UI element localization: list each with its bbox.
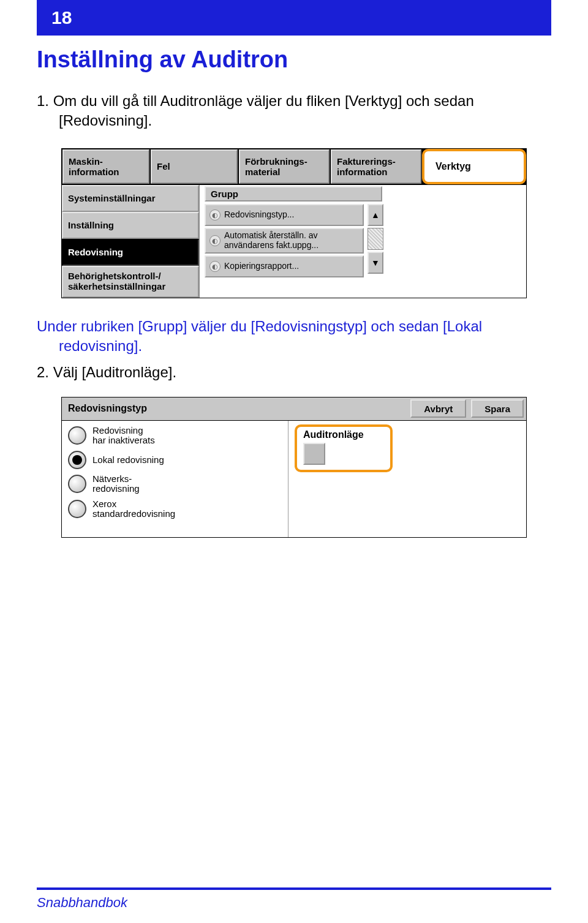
dialog-header: Redovisningstyp Avbryt Spara bbox=[62, 397, 526, 421]
paragraph-1-text: Om du vill gå till Auditronläge väljer d… bbox=[53, 92, 474, 129]
radio-label: Nätverks-redovisning bbox=[92, 474, 140, 494]
radio-option-local[interactable]: Lokal redovisning bbox=[68, 451, 282, 469]
paragraph-3: 2. Välj [Auditronläge]. bbox=[37, 363, 551, 382]
list-number-2: 2. bbox=[37, 364, 53, 380]
group-header: Grupp bbox=[205, 186, 382, 202]
tab-billing[interactable]: Fakturerings-information bbox=[331, 149, 421, 184]
sidebar-accounting-active[interactable]: Redovisning bbox=[62, 239, 199, 266]
scroll-track bbox=[368, 228, 383, 250]
radio-group: Redovisninghar inaktiverats Lokal redovi… bbox=[62, 421, 288, 537]
scroll-down-button[interactable]: ▼ bbox=[368, 252, 383, 274]
bullet-icon: ◐ bbox=[209, 235, 221, 246]
page-title: Inställning av Auditron bbox=[37, 47, 551, 73]
group-list: ◐ Redovisningstyp... ◐ Automatisk återst… bbox=[205, 204, 364, 279]
sidebar-system-settings[interactable]: Systeminställningar bbox=[62, 185, 199, 212]
list-number-1: 1. bbox=[37, 92, 53, 109]
auditron-mode-button[interactable] bbox=[303, 443, 325, 465]
footer-rule bbox=[37, 887, 551, 890]
group-item-label: Kopieringsrapport... bbox=[224, 262, 299, 271]
cancel-button[interactable]: Avbryt bbox=[410, 399, 466, 418]
radio-icon bbox=[68, 426, 86, 445]
page-number: 18 bbox=[37, 7, 72, 28]
group-item-label: Redovisningstyp... bbox=[224, 210, 294, 219]
radio-option-network[interactable]: Nätverks-redovisning bbox=[68, 474, 282, 494]
tab-errors[interactable]: Fel bbox=[151, 149, 238, 184]
paragraph-3-text: Välj [Auditronläge]. bbox=[53, 364, 176, 380]
screenshot-tools: Maskin-information Fel Förbruknings-mate… bbox=[61, 148, 527, 298]
group-item-auto-reset[interactable]: ◐ Automatisk återställn. avanvändarens f… bbox=[205, 228, 364, 254]
scroll-up-button[interactable]: ▲ bbox=[368, 204, 383, 226]
radio-icon-selected bbox=[68, 451, 86, 469]
group-item-label: Automatisk återställn. avanvändarens fak… bbox=[224, 231, 318, 250]
radio-label: Lokal redovisning bbox=[92, 455, 164, 465]
sidebar-auth-security[interactable]: Behörighetskontroll-/säkerhetsinställnin… bbox=[62, 266, 199, 298]
sidebar: Systeminställningar Inställning Redovisn… bbox=[62, 185, 200, 298]
group-item-copy-report[interactable]: ◐ Kopieringsrapport... bbox=[205, 255, 364, 277]
tab-machine-info[interactable]: Maskin-information bbox=[62, 149, 149, 184]
footer-text: Snabbhandbok bbox=[37, 895, 127, 911]
auditron-mode-highlight: Auditronläge bbox=[295, 424, 393, 472]
bullet-icon: ◐ bbox=[209, 209, 221, 220]
bullet-icon: ◐ bbox=[209, 261, 221, 272]
tab-tools-highlighted[interactable]: Verktyg bbox=[422, 149, 526, 184]
tab-consumables[interactable]: Förbruknings-material bbox=[239, 149, 330, 184]
group-item-accounting-type[interactable]: ◐ Redovisningstyp... bbox=[205, 204, 364, 226]
paragraph-1: 1. Om du vill gå till Auditronläge välje… bbox=[37, 91, 551, 131]
radio-icon bbox=[68, 475, 86, 493]
radio-label: Xeroxstandardredovisning bbox=[92, 499, 175, 519]
screenshot-accounting-type: Redovisningstyp Avbryt Spara Redovisning… bbox=[61, 397, 527, 538]
save-button[interactable]: Spara bbox=[471, 399, 524, 418]
paragraph-2: Under rubriken [Grupp] väljer du [Redovi… bbox=[37, 317, 551, 356]
radio-label: Redovisninghar inaktiverats bbox=[92, 426, 155, 446]
page-header: 18 bbox=[37, 0, 551, 36]
radio-option-xerox-standard[interactable]: Xeroxstandardredovisning bbox=[68, 499, 282, 519]
radio-option-disabled[interactable]: Redovisninghar inaktiverats bbox=[68, 426, 282, 446]
scrollbar: ▲ ▼ bbox=[368, 204, 383, 279]
dialog-title: Redovisningstyp bbox=[62, 403, 408, 414]
radio-icon bbox=[68, 500, 86, 518]
tab-bar: Maskin-information Fel Förbruknings-mate… bbox=[62, 149, 526, 184]
sidebar-setup[interactable]: Inställning bbox=[62, 212, 199, 239]
auditron-mode-label: Auditronläge bbox=[303, 429, 384, 440]
